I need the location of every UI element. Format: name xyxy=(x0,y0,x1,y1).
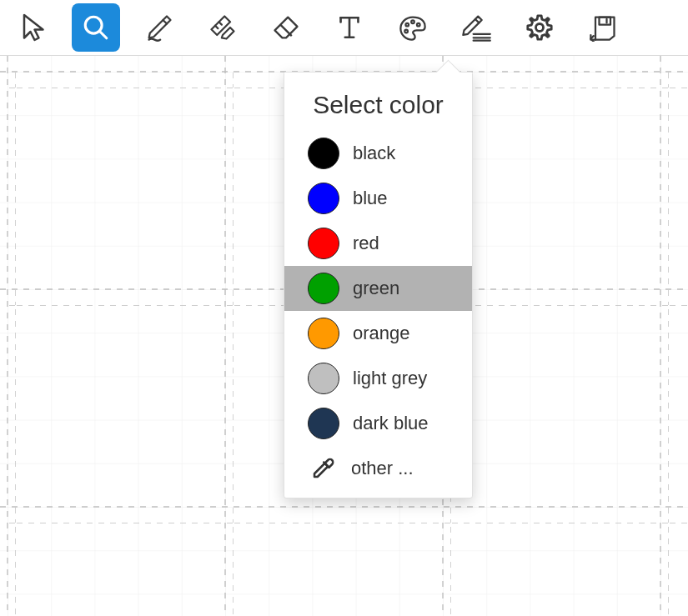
pen-lines-icon xyxy=(460,13,492,42)
eraser-tool[interactable] xyxy=(262,3,310,52)
color-popup: Select color black blue red green orange… xyxy=(284,72,473,498)
toolbar xyxy=(0,0,688,56)
ruler-pen-tool[interactable] xyxy=(198,3,247,52)
color-item-label: other ... xyxy=(351,458,414,479)
color-item-label: dark blue xyxy=(353,413,429,434)
search-icon xyxy=(82,13,110,42)
save-tool[interactable] xyxy=(579,3,627,52)
color-item-black[interactable]: black xyxy=(284,131,472,176)
palette-icon xyxy=(398,13,428,42)
swatch-red xyxy=(308,228,339,259)
pen-width-tool[interactable] xyxy=(452,3,500,52)
pen-tool[interactable] xyxy=(135,3,183,52)
pointer-tool[interactable] xyxy=(8,3,57,52)
ruler-pen-icon xyxy=(208,13,238,43)
eyedropper-icon xyxy=(308,453,338,483)
svg-line-2 xyxy=(215,26,218,28)
color-item-label: red xyxy=(353,233,379,254)
swatch-orange xyxy=(308,318,339,349)
gear-icon xyxy=(525,13,554,42)
color-popup-list: black blue red green orange light grey d… xyxy=(284,131,472,498)
color-item-other[interactable]: other ... xyxy=(284,446,472,491)
pen-icon xyxy=(144,13,174,43)
swatch-black xyxy=(308,138,339,169)
svg-point-10 xyxy=(405,23,409,27)
color-item-orange[interactable]: orange xyxy=(284,311,472,356)
svg-point-11 xyxy=(411,20,414,23)
svg-point-13 xyxy=(404,30,408,33)
svg-rect-18 xyxy=(600,18,611,25)
color-item-dark-blue[interactable]: dark blue xyxy=(284,401,472,446)
color-item-red[interactable]: red xyxy=(284,221,472,266)
color-item-label: black xyxy=(353,143,395,164)
svg-point-12 xyxy=(417,23,420,27)
svg-line-4 xyxy=(280,25,292,37)
svg-line-1 xyxy=(99,31,107,38)
color-item-label: blue xyxy=(353,188,388,209)
color-item-blue[interactable]: blue xyxy=(284,176,472,221)
color-item-label: orange xyxy=(353,323,410,344)
color-item-light-grey[interactable]: light grey xyxy=(284,356,472,401)
color-popup-title: Select color xyxy=(284,73,472,131)
svg-point-17 xyxy=(535,23,543,31)
color-tool[interactable] xyxy=(389,3,437,52)
text-icon xyxy=(336,13,363,42)
settings-tool[interactable] xyxy=(515,3,564,52)
swatch-green xyxy=(308,273,339,304)
eraser-icon xyxy=(271,13,301,42)
search-tool[interactable] xyxy=(72,3,120,52)
text-tool[interactable] xyxy=(325,3,374,52)
swatch-blue xyxy=(308,183,339,214)
save-icon xyxy=(588,13,618,42)
pointer-icon xyxy=(20,13,45,43)
color-item-label: green xyxy=(353,278,399,299)
color-item-label: light grey xyxy=(353,368,427,389)
color-item-green[interactable]: green xyxy=(284,266,472,311)
swatch-light-grey xyxy=(308,363,339,394)
swatch-dark-blue xyxy=(308,408,339,439)
svg-line-3 xyxy=(219,22,222,24)
